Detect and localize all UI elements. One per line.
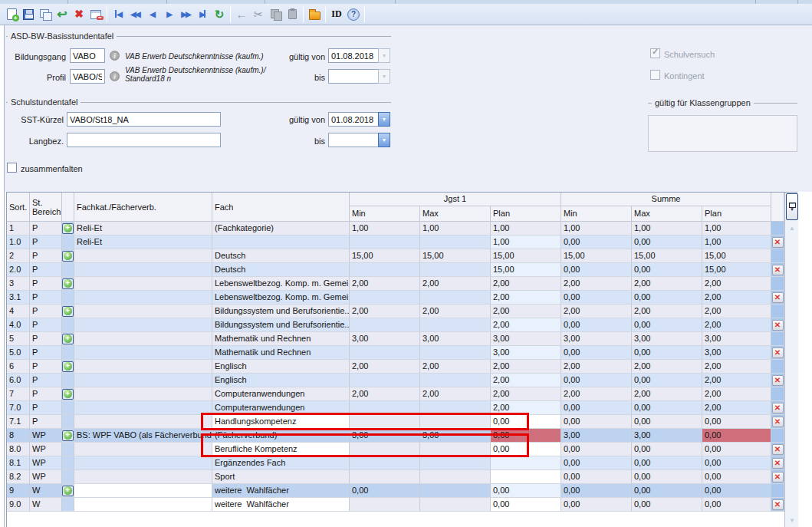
cell-summe-plan[interactable]: 0,00 [702,456,771,470]
cell-summe-plan[interactable]: 1,00 [702,222,771,236]
cell-jgst-min[interactable]: 2,00 [350,387,420,401]
delete-row-button[interactable]: ✕ [772,417,784,427]
header-bereich[interactable]: St.Bereich [30,193,62,222]
cell-summe-max[interactable]: 0,00 [632,415,702,429]
header-sort[interactable]: Sort. [7,193,30,222]
cell-add[interactable]: + [62,332,74,346]
cell-bereich[interactable]: P [30,291,62,305]
cell-fachkat[interactable] [74,360,212,374]
cell-sort[interactable]: 5 [7,332,30,346]
cell-jgst-min[interactable]: 3,00 [350,429,420,443]
cell-jgst-max[interactable]: 1,00 [420,222,491,236]
cell-delete[interactable]: ✕ [771,498,784,512]
cell-sort[interactable]: 4 [7,305,30,318]
cell-delete[interactable] [771,277,784,291]
cell-delete[interactable]: ✕ [771,291,784,305]
cell-jgst-max[interactable]: 2,00 [420,360,491,374]
cell-summe-max[interactable]: 15,00 [632,249,702,263]
cell-jgst-plan[interactable]: 0,00 [491,484,561,498]
cell-jgst-plan[interactable]: 0,00 [491,415,561,429]
delete-row-button[interactable]: ✕ [772,472,784,483]
header-fach[interactable]: Fach [212,193,350,222]
cell-delete[interactable] [771,305,784,318]
cell-jgst-min[interactable] [350,415,420,429]
cell-sort[interactable]: 1.0 [7,236,30,249]
cell-delete[interactable]: ✕ [771,401,784,415]
cell-delete[interactable]: ✕ [771,415,784,429]
cell-summe-max[interactable]: 0,00 [632,470,702,484]
zusammenfalten-checkbox[interactable] [7,163,17,173]
cell-jgst-min[interactable]: 0,00 [350,484,420,498]
cell-jgst-max[interactable]: 3,00 [420,429,491,443]
cell-jgst-max[interactable] [420,401,491,415]
cell-delete[interactable] [771,360,784,374]
cell-bereich[interactable]: P [30,305,62,318]
cell-fach[interactable]: (Fachkategorie) [212,222,350,236]
cell-summe-min[interactable]: 0,00 [561,263,632,277]
cell-fachkat[interactable]: Reli-Et [74,236,212,249]
cell-fach[interactable]: Ergänzendes Fach [212,456,350,470]
cell-fachkat[interactable] [74,470,212,484]
cell-summe-min[interactable]: 2,00 [561,387,632,401]
cell-jgst-plan[interactable]: 2,00 [491,318,561,332]
cell-summe-max[interactable]: 0,00 [632,498,702,512]
cell-fachkat[interactable] [74,387,212,401]
cell-summe-min[interactable]: 2,00 [561,305,632,318]
add-row-button[interactable]: + [62,334,74,344]
cell-jgst-max[interactable]: 2,00 [420,387,491,401]
cell-summe-min[interactable]: 0,00 [561,318,632,332]
cell-fachkat[interactable] [74,415,212,429]
cell-sort[interactable]: 3.1 [7,291,30,305]
cell-jgst-plan[interactable]: 3,00 [491,346,561,360]
cell-bereich[interactable]: P [30,374,62,387]
cell-jgst-plan[interactable]: 2,00 [491,401,561,415]
cell-jgst-max[interactable] [420,236,491,249]
cell-fachkat[interactable] [74,401,212,415]
cell-sort[interactable]: 7.1 [7,415,30,429]
header-jgst-plan[interactable]: Plan [491,206,561,222]
header-summe-plan[interactable]: Plan [702,206,771,222]
cut-button[interactable]: ✂ [250,6,267,23]
copy-record-button[interactable] [37,6,54,23]
cell-add[interactable] [62,470,74,484]
cell-summe-plan[interactable]: 2,00 [702,401,771,415]
delete-row-button[interactable]: ✕ [772,347,784,358]
cell-fach[interactable]: Lebensweltbezog. Komp. m. Gemei... [212,277,350,291]
cell-bereich[interactable]: P [30,263,62,277]
cell-jgst-min[interactable]: 15,00 [350,249,420,263]
cell-jgst-max[interactable]: 3,00 [420,332,491,346]
cell-summe-max[interactable]: 0,00 [632,456,702,470]
cell-jgst-plan[interactable] [491,456,561,470]
cell-jgst-plan[interactable]: 0,00 [491,429,561,443]
cell-jgst-min[interactable] [350,374,420,387]
cell-summe-max[interactable]: 2,00 [632,387,702,401]
cell-jgst-max[interactable] [420,456,491,470]
header-summe-max[interactable]: Max [632,206,702,222]
cell-sort[interactable]: 1 [7,222,30,236]
cell-add[interactable] [62,263,74,277]
cell-summe-plan[interactable]: 1,00 [702,236,771,249]
cell-jgst-max[interactable] [420,443,491,456]
cell-summe-min[interactable]: 3,00 [561,332,632,346]
profil-input[interactable] [70,69,105,84]
cell-summe-plan[interactable]: 0,00 [702,498,771,512]
sst-gueltig-von-dropdown[interactable]: ▼ [378,112,390,127]
cell-fach[interactable]: Lebensweltbezog. Komp. m. Gemei... [212,291,350,305]
cell-jgst-max[interactable] [420,415,491,429]
cell-sort[interactable]: 8.1 [7,456,30,470]
help-button[interactable]: ? [345,6,362,23]
cell-add[interactable] [62,401,74,415]
cell-add[interactable] [62,346,74,360]
cell-fachkat[interactable]: BS: WPF VABO (als Fächerverbund) [74,429,212,443]
cell-delete[interactable]: ✕ [771,443,784,456]
cell-sort[interactable]: 5.0 [7,346,30,360]
cell-summe-plan[interactable]: 0,00 [702,484,771,498]
delete-row-button[interactable]: ✕ [772,292,784,303]
cell-jgst-min[interactable] [350,401,420,415]
cell-bereich[interactable]: WP [30,456,62,470]
cell-summe-min[interactable]: 0,00 [561,415,632,429]
cell-summe-max[interactable]: 0,00 [632,374,702,387]
cell-fach[interactable]: Bildungssystem und Berufsorientie... [212,318,350,332]
cell-bereich[interactable]: P [30,277,62,291]
cell-summe-min[interactable]: 0,00 [561,374,632,387]
